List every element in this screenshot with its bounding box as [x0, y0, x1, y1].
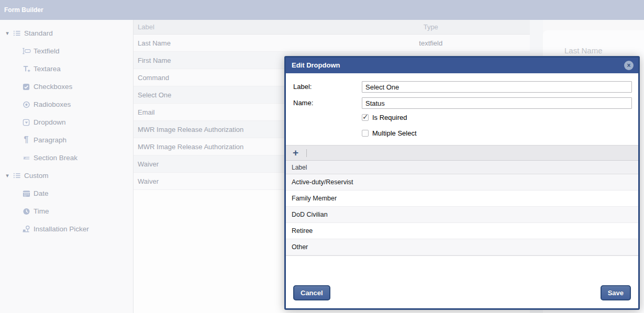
toolbar-separator	[306, 149, 307, 157]
options-table: Label Active-duty/Reservist Family Membe…	[286, 161, 638, 256]
sidebar-item-textarea[interactable]: Textarea	[0, 60, 133, 77]
clock-icon	[21, 207, 31, 215]
sidebar-item-date[interactable]: Date	[0, 184, 133, 202]
sidebar-item-label: Textarea	[34, 65, 61, 73]
sidebar-section-custom[interactable]: ▾ Custom	[0, 166, 133, 184]
label-field[interactable]	[362, 81, 632, 93]
app-header: Form Builder	[0, 0, 644, 20]
option-row[interactable]: Active-duty/Reservist	[286, 174, 638, 191]
add-option-button[interactable]: +	[293, 148, 298, 158]
sidebar-item-textfield[interactable]: Textfield	[0, 42, 133, 60]
modal-footer: Cancel Save	[286, 281, 638, 308]
sidebar-item-label: Radioboxes	[34, 100, 71, 108]
save-button[interactable]: Save	[601, 285, 631, 300]
component-tree: ▾ Standard Textfield Textarea Checkboxes	[0, 20, 133, 238]
is-required-label: Is Required	[372, 114, 407, 121]
option-row[interactable]: Family Member	[286, 191, 638, 207]
sidebar-item-paragraph[interactable]: ¶ Paragraph	[0, 131, 133, 149]
options-column-header: Label	[286, 161, 638, 174]
is-required-checkbox[interactable]	[362, 114, 369, 121]
label-field-label: Label:	[293, 81, 362, 93]
options-toolbar: +	[286, 145, 638, 161]
sidebar-item-checkboxes[interactable]: Checkboxes	[0, 77, 133, 95]
sidebar-section-label: Custom	[24, 172, 49, 180]
column-header-type: Type	[332, 23, 530, 31]
sidebar-item-radioboxes[interactable]: Radioboxes	[0, 95, 133, 113]
sidebar-item-section-break[interactable]: Section Break	[0, 149, 133, 166]
paragraph-icon: ¶	[21, 135, 31, 144]
multiple-select-checkbox[interactable]	[362, 130, 369, 137]
name-field[interactable]	[362, 97, 632, 109]
option-row[interactable]: Other	[286, 239, 638, 255]
edit-dropdown-modal: Edit Dropdown × Label: Name: Is Required…	[284, 56, 640, 310]
field-type: textfield	[332, 39, 530, 47]
textfield-icon	[21, 48, 31, 54]
chevron-down-icon[interactable]: ▾	[3, 172, 12, 179]
sidebar-item-label: Time	[34, 207, 49, 215]
sidebar-item-label: Checkboxes	[34, 83, 72, 91]
fields-table-header: Label Type	[134, 20, 530, 35]
installation-picker-icon	[21, 225, 31, 233]
preview-field-label: Last Name	[543, 30, 644, 55]
radio-icon	[21, 100, 31, 108]
chevron-down-icon[interactable]: ▾	[3, 30, 12, 37]
cancel-button[interactable]: Cancel	[293, 285, 330, 300]
sidebar-item-label: Paragraph	[34, 136, 66, 144]
sidebar-item-time[interactable]: Time	[0, 202, 133, 220]
option-row[interactable]: Retiree	[286, 223, 638, 239]
sidebar: ▾ Standard Textfield Textarea Checkboxes	[0, 20, 134, 313]
sidebar-item-installation-picker[interactable]: Installation Picker	[0, 220, 133, 238]
sidebar-item-label: Dropdown	[34, 118, 66, 126]
sidebar-item-dropdown[interactable]: Dropdown	[0, 113, 133, 131]
modal-form: Label: Name: Is Required Multiple Select	[286, 73, 638, 137]
option-row[interactable]: DoD Civilian	[286, 207, 638, 223]
section-break-icon	[21, 154, 31, 162]
modal-header: Edit Dropdown ×	[286, 58, 638, 73]
sidebar-item-label: Section Break	[34, 154, 77, 162]
sidebar-item-label: Textfield	[34, 47, 60, 55]
sidebar-item-label: Date	[34, 189, 49, 197]
list-icon	[12, 172, 22, 180]
calendar-icon	[21, 189, 31, 197]
list-icon	[12, 29, 22, 37]
table-row[interactable]: Last Nametextfield	[134, 35, 530, 52]
field-label: Last Name	[134, 39, 332, 47]
sidebar-item-label: Installation Picker	[34, 225, 89, 233]
textarea-icon	[21, 65, 31, 73]
page-title: Form Builder	[0, 0, 644, 14]
name-field-label: Name:	[293, 97, 362, 109]
sidebar-section-label: Standard	[24, 29, 53, 37]
checkbox-icon	[21, 83, 31, 91]
dropdown-icon	[21, 118, 31, 126]
close-icon[interactable]: ×	[624, 61, 634, 70]
modal-title: Edit Dropdown	[286, 58, 638, 69]
multiple-select-label: Multiple Select	[372, 129, 417, 137]
sidebar-section-standard[interactable]: ▾ Standard	[0, 24, 133, 42]
column-header-label: Label	[134, 23, 332, 31]
